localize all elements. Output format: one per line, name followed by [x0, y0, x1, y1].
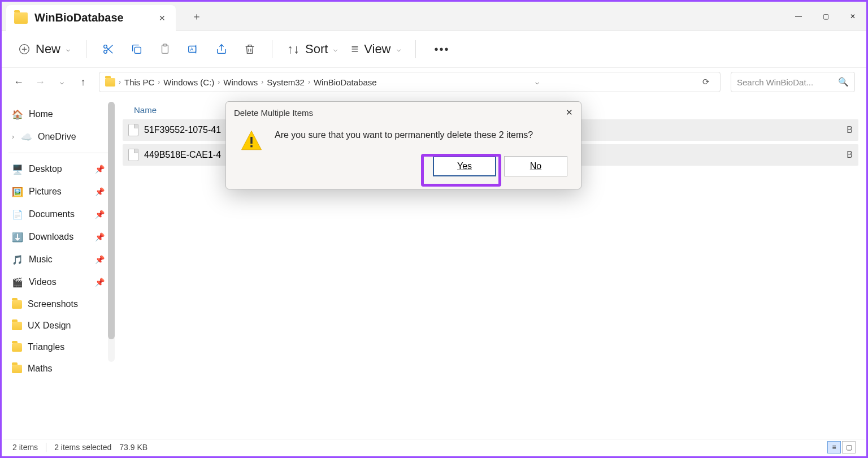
search-placeholder: Search WinBioDat...	[737, 77, 813, 87]
details-view-button[interactable]: ≡	[827, 441, 841, 453]
file-icon	[128, 149, 138, 161]
sort-icon: ↑↓	[287, 42, 300, 57]
chevron-right-icon: ›	[261, 78, 263, 86]
sidebar-label: Maths	[28, 364, 53, 374]
recent-button[interactable]: ⌵	[56, 78, 67, 86]
svg-rect-3	[134, 47, 141, 53]
file-icon	[128, 124, 138, 136]
home-icon: 🏠	[12, 109, 23, 120]
new-button[interactable]: New ⌵	[13, 38, 76, 60]
sidebar-home[interactable]: 🏠 Home	[5, 103, 111, 126]
up-button[interactable]: ↑	[77, 76, 89, 88]
rename-button[interactable]: A	[181, 37, 205, 61]
sidebar-pictures[interactable]: 🖼️Pictures📌	[5, 180, 111, 203]
sidebar-videos[interactable]: 🎬Videos📌	[5, 271, 111, 293]
forward-button[interactable]: →	[34, 76, 46, 88]
svg-text:A: A	[190, 47, 194, 52]
close-window-button[interactable]: ✕	[839, 5, 866, 28]
copy-button[interactable]	[125, 37, 149, 61]
breadcrumb-bar[interactable]: › This PC › Windows (C:) › Windows › Sys…	[99, 72, 721, 92]
pin-icon[interactable]: 📌	[95, 187, 105, 196]
yes-button[interactable]: Yes	[433, 156, 496, 176]
pin-icon[interactable]: 📌	[95, 278, 105, 287]
chevron-down-icon[interactable]: ⌵	[531, 78, 544, 86]
chevron-down-icon: ⌵	[397, 45, 401, 53]
pin-icon[interactable]: 📌	[95, 210, 105, 219]
crumb-current[interactable]: WinBioDatabase	[314, 77, 377, 87]
crumb-system32[interactable]: System32	[267, 77, 305, 87]
sidebar-music[interactable]: 🎵Music📌	[5, 248, 111, 271]
sidebar-onedrive[interactable]: › ☁️ OneDrive	[5, 126, 111, 148]
music-icon: 🎵	[12, 254, 23, 265]
sidebar-uxdesign[interactable]: UX Design	[5, 315, 111, 336]
view-label: View	[364, 42, 390, 57]
search-icon: 🔍	[838, 77, 849, 87]
back-button[interactable]: ←	[13, 76, 24, 88]
dialog-buttons: Yes No	[275, 156, 567, 176]
folder-icon	[12, 343, 22, 352]
search-input[interactable]: Search WinBioDat... 🔍	[731, 72, 855, 92]
rename-icon: A	[187, 43, 199, 55]
scrollbar-thumb[interactable]	[108, 102, 115, 339]
sidebar-triangles[interactable]: Triangles	[5, 336, 111, 358]
chevron-right-icon[interactable]: ›	[12, 133, 14, 141]
no-button[interactable]: No	[504, 156, 567, 176]
refresh-button[interactable]: ⟳	[698, 77, 714, 87]
sidebar-label: Videos	[29, 277, 57, 287]
maximize-button[interactable]: ▢	[812, 5, 839, 28]
window-controls: — ▢ ✕	[785, 5, 866, 28]
crumb-this-pc[interactable]: This PC	[124, 77, 154, 87]
address-bar-row: ← → ⌵ ↑ › This PC › Windows (C:) › Windo…	[2, 68, 866, 96]
sort-button[interactable]: ↑↓ Sort ⌵	[283, 42, 342, 57]
sidebar-label: Pictures	[29, 187, 62, 197]
file-size-trail: B	[847, 150, 853, 160]
folder-icon	[12, 300, 22, 309]
crumb-windows[interactable]: Windows	[223, 77, 258, 87]
downloads-icon: ⬇️	[12, 231, 23, 243]
sidebar-label: UX Design	[28, 321, 71, 331]
dialog-close-button[interactable]: ✕	[566, 107, 573, 118]
crumb-drive[interactable]: Windows (C:)	[163, 77, 214, 87]
sidebar-documents[interactable]: 📄Documents📌	[5, 203, 111, 226]
delete-button[interactable]	[238, 37, 262, 61]
sidebar-maths[interactable]: Maths	[5, 358, 111, 379]
share-icon	[215, 43, 228, 55]
window-tab[interactable]: WinBioDatabase ✕	[6, 5, 176, 31]
more-button[interactable]: •••	[426, 43, 458, 56]
sidebar-label: Music	[29, 254, 53, 265]
close-tab-icon[interactable]: ✕	[159, 14, 166, 23]
chevron-right-icon: ›	[308, 78, 310, 86]
chevron-right-icon: ›	[218, 78, 220, 86]
yes-label: Yes	[457, 161, 472, 171]
pin-icon[interactable]: 📌	[95, 255, 105, 264]
svg-rect-8	[250, 137, 253, 144]
view-mode-buttons: ≡ ▢	[827, 441, 856, 453]
status-selected: 2 items selected	[54, 443, 111, 452]
view-button[interactable]: ≡ View ⌵	[346, 42, 405, 57]
paste-button[interactable]	[153, 37, 177, 61]
dialog-message: Are you sure that you want to permanentl…	[275, 129, 567, 140]
cut-button[interactable]	[97, 37, 120, 61]
sort-label: Sort	[305, 42, 328, 57]
folder-icon	[14, 12, 28, 24]
icons-view-button[interactable]: ▢	[842, 441, 856, 453]
status-item-count: 2 items	[12, 443, 38, 452]
pin-icon[interactable]: 📌	[95, 165, 105, 174]
sidebar-scrollbar[interactable]	[108, 102, 115, 362]
separator	[415, 40, 416, 58]
sidebar-label: Documents	[29, 209, 75, 219]
clipboard-icon	[159, 43, 171, 55]
file-size-trail: B	[847, 125, 853, 135]
sidebar-downloads[interactable]: ⬇️Downloads📌	[5, 226, 111, 248]
svg-point-1	[104, 45, 107, 49]
folder-icon	[105, 78, 115, 87]
minimize-button[interactable]: —	[785, 5, 812, 28]
pin-icon[interactable]: 📌	[95, 232, 105, 241]
new-tab-button[interactable]: ＋	[192, 10, 202, 23]
copy-icon	[131, 43, 143, 55]
share-button[interactable]	[210, 37, 233, 61]
documents-icon: 📄	[12, 209, 23, 220]
sidebar-desktop[interactable]: 🖥️Desktop📌	[5, 158, 111, 180]
sidebar-screenshots[interactable]: Screenshots	[5, 293, 111, 315]
separator	[46, 443, 46, 452]
